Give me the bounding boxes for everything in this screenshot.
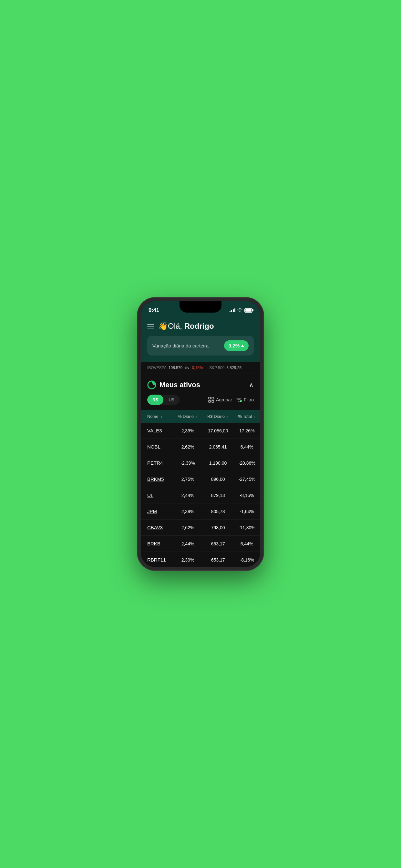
trend-up-icon (241, 345, 244, 347)
table-row: NOBL2,62%2.065,416,44% (141, 439, 260, 455)
pct-daily-8: 2,39% (173, 552, 203, 567)
greeting-prefix: 👋Olá, (158, 321, 184, 330)
sort-nome-icon: ↕ (160, 414, 162, 418)
table-row: BRKB2,44%653,176,44% (141, 536, 260, 552)
asset-name-0[interactable]: VALE3 (147, 428, 162, 433)
svg-point-1 (150, 383, 153, 386)
currency-toggle[interactable]: R$ U$ (147, 395, 180, 405)
ticker-divider: | (206, 365, 207, 370)
controls-row: R$ U$ Agrupar (141, 395, 260, 410)
sp500-name: S&P 500 (209, 366, 224, 370)
pct-total-7: 6,44% (234, 536, 260, 552)
header-top: 👋Olá, Rodrigo (147, 321, 254, 331)
filtro-label: Filtro (244, 397, 254, 402)
header-pct-diario[interactable]: % Diário ↕ (173, 410, 203, 423)
pct-total-1: 6,44% (234, 439, 260, 455)
asset-name-3[interactable]: BRKM5 (147, 476, 164, 482)
table-row: VALE32,39%17.056,0017,26% (141, 423, 260, 439)
variation-card: Variação diária da carteira 3.2% (147, 336, 254, 355)
section-header: Meus ativos ∧ (141, 374, 260, 395)
pct-daily-1: 2,62% (173, 439, 203, 455)
signal-icon (229, 308, 235, 312)
pct-total-6: -11,80% (234, 520, 260, 536)
pct-daily-6: 2,62% (173, 520, 203, 536)
ibovespa-change: -0,15% (191, 366, 203, 370)
wifi-icon (237, 308, 243, 313)
ibovespa-pts: 108.579 pts (168, 366, 189, 370)
rs-daily-4: 879,13 (203, 487, 234, 503)
greeting-name: Rodrigo (184, 321, 214, 330)
sp500-ticker: S&P 500 3.829,25 (209, 366, 242, 370)
agrupar-label: Agrupar (216, 397, 232, 402)
sort-pct-total-icon: ↕ (254, 414, 256, 418)
ibovespa-name: IBOVESPA (147, 366, 166, 370)
table-row: PETR4-2,39%1.190,00-20,86% (141, 455, 260, 471)
asset-name-1[interactable]: NOBL (147, 444, 160, 450)
battery-icon (244, 308, 252, 313)
sp500-value: 3.829,25 (226, 366, 242, 370)
section-title: Meus ativos (147, 380, 200, 390)
notch (180, 301, 221, 313)
svg-rect-3 (212, 397, 214, 399)
header-rs-diario[interactable]: R$ Diário ↕ (203, 410, 234, 423)
header-pct-total[interactable]: % Total ↕ (234, 410, 260, 423)
brl-button[interactable]: R$ (147, 395, 163, 405)
greeting: 👋Olá, Rodrigo (158, 321, 214, 331)
table-row: BRKM52,75%896,00-27,45% (141, 471, 260, 487)
agrupar-button[interactable]: Agrupar (208, 397, 232, 403)
pct-total-0: 17,26% (234, 423, 260, 439)
svg-rect-5 (212, 400, 214, 402)
asset-name-6[interactable]: CBAV3 (147, 525, 163, 530)
menu-button[interactable] (147, 324, 154, 329)
pct-daily-2: -2,39% (173, 455, 203, 471)
rs-daily-8: 653,17 (203, 552, 234, 567)
filtro-icon (236, 397, 242, 403)
rs-daily-1: 2.065,41 (203, 439, 234, 455)
rs-daily-3: 896,00 (203, 471, 234, 487)
svg-rect-2 (209, 397, 211, 399)
agrupar-icon (208, 397, 214, 403)
pct-daily-0: 2,39% (173, 423, 203, 439)
pct-total-4: -8,16% (234, 487, 260, 503)
rs-daily-2: 1.190,00 (203, 455, 234, 471)
assets-table-wrapper: Nome ↕ % Diário ↕ R$ Diário ↕ % Total ↕ (141, 410, 260, 567)
section-title-text: Meus ativos (159, 381, 200, 389)
assets-table: Nome ↕ % Diário ↕ R$ Diário ↕ % Total ↕ (141, 410, 260, 567)
pct-total-8: -8,16% (234, 552, 260, 567)
table-header-row: Nome ↕ % Diário ↕ R$ Diário ↕ % Total ↕ (141, 410, 260, 423)
status-bar: 9:41 (141, 301, 260, 318)
filtro-button[interactable]: Filtro (236, 397, 254, 403)
asset-name-5[interactable]: JPM (147, 508, 157, 514)
header: 👋Olá, Rodrigo Variação diária da carteir… (141, 318, 260, 362)
variation-badge: 3.2% (224, 340, 249, 351)
main-content: Meus ativos ∧ R$ U$ Agrupar (141, 374, 260, 567)
variation-label: Variação diária da carteira (152, 343, 209, 348)
pct-total-3: -27,45% (234, 471, 260, 487)
asset-name-4[interactable]: UL (147, 492, 153, 498)
pct-daily-7: 2,44% (173, 536, 203, 552)
table-row: RBRF112,39%653,17-8,16% (141, 552, 260, 567)
table-row: UL2,44%879,13-8,16% (141, 487, 260, 503)
rs-daily-6: 798,00 (203, 520, 234, 536)
status-time: 9:41 (149, 307, 159, 314)
header-nome[interactable]: Nome ↕ (141, 410, 173, 423)
pct-total-2: -20,86% (234, 455, 260, 471)
pct-total-5: -1,64% (234, 503, 260, 520)
rs-daily-5: 805,78 (203, 503, 234, 520)
usd-button[interactable]: U$ (163, 395, 180, 405)
sort-pct-diario-icon: ↕ (196, 414, 198, 418)
collapse-button[interactable]: ∧ (249, 381, 254, 389)
pct-daily-3: 2,75% (173, 471, 203, 487)
rs-daily-7: 653,17 (203, 536, 234, 552)
ticker-bar: IBOVESPA 108.579 pts -0,15% | S&P 500 3.… (141, 362, 260, 374)
asset-name-8[interactable]: RBRF11 (147, 557, 166, 562)
pct-daily-4: 2,44% (173, 487, 203, 503)
pie-chart-icon (147, 380, 156, 390)
rs-daily-0: 17.056,00 (203, 423, 234, 439)
asset-name-7[interactable]: BRKB (147, 541, 160, 547)
ibovespa-ticker: IBOVESPA 108.579 pts -0,15% (147, 366, 203, 370)
status-icons (229, 308, 252, 313)
table-row: JPM2,39%805,78-1,64% (141, 503, 260, 520)
sort-rs-diario-icon: ↕ (227, 414, 229, 418)
asset-name-2[interactable]: PETR4 (147, 460, 163, 466)
